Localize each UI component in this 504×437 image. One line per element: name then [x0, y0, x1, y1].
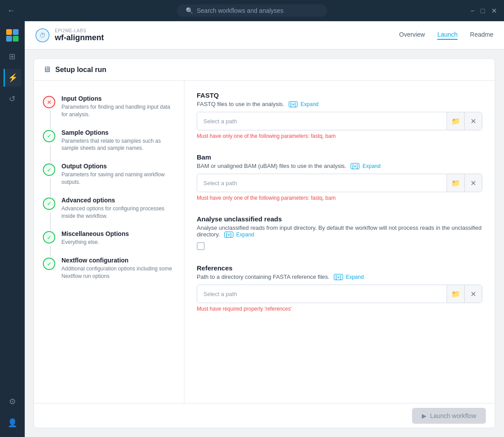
svg-rect-3	[13, 36, 19, 42]
step-nextflow[interactable]: ✓ Nextflow configuration Additional conf…	[34, 251, 184, 285]
fastq-path-input[interactable]	[197, 114, 447, 129]
bam-path-wrapper: 📁 ✕	[197, 174, 482, 192]
step-input-options[interactable]: ✕ Input Options Parameters for finding a…	[34, 90, 184, 124]
bam-expand-link[interactable]: Expand	[363, 163, 381, 169]
svg-rect-0	[6, 29, 12, 35]
folder-icon: 📁	[451, 179, 460, 187]
step-advanced[interactable]: ✓ Advanced options Advanced options for …	[34, 191, 184, 225]
search-placeholder: Search workflows and analyses	[197, 7, 283, 14]
step-desc-2: Parameters for saving and naming workflo…	[61, 171, 175, 186]
fastq-title: FASTQ	[197, 91, 482, 99]
step-icon-2: ✓	[43, 163, 55, 176]
folder-icon: 📁	[451, 290, 460, 298]
app-nav: Overview Launch Readme	[399, 31, 493, 40]
card-footer: ▶ Launch workflow	[34, 403, 495, 428]
card-body: ✕ Input Options Parameters for finding a…	[34, 81, 495, 403]
step-sample-options[interactable]: ✓ Sample Options Parameters that relate …	[34, 124, 184, 158]
launch-workflow-button[interactable]: ▶ Launch workflow	[412, 408, 486, 424]
titlebar: ← 🔍 Search workflows and analyses − □ ✕	[0, 0, 504, 21]
nav-launch[interactable]: Launch	[437, 31, 458, 40]
fastq-expand-badge: [+]	[289, 101, 298, 107]
references-error: Must have required property 'references'	[197, 306, 482, 312]
nav-readme[interactable]: Readme	[470, 31, 493, 40]
main-layout: ⊞ ⚡ ↺ ⚙ 👤 ⏱ EPI2ME-LABS wf-al	[0, 21, 504, 437]
step-icon-1: ✓	[43, 130, 55, 142]
fastq-folder-button[interactable]: 📁	[447, 112, 464, 130]
monitor-icon: 🖥	[43, 65, 51, 74]
brand-name: EPI2ME-LABS	[55, 28, 104, 33]
step-icon-error: ✕	[43, 96, 55, 108]
sidebar-grid-icon[interactable]: ⊞	[4, 48, 21, 65]
step-title-0: Input Options	[61, 95, 175, 102]
launch-label: Launch workflow	[430, 412, 476, 419]
step-misc[interactable]: ✓ Miscellaneous Options Everything else.	[34, 225, 184, 251]
analyse-expand-link[interactable]: Expand	[236, 232, 254, 238]
close-button[interactable]: ✕	[491, 7, 497, 15]
maximize-button[interactable]: □	[481, 7, 485, 15]
workflow-card: 🖥 Setup local run ✕ Input Options Parame…	[34, 58, 495, 428]
fastq-expand-link[interactable]: Expand	[301, 101, 319, 107]
analyse-desc: Analyse unclassified reads from input di…	[197, 224, 482, 238]
app-header-left: ⏱ EPI2ME-LABS wf-alignment	[35, 28, 104, 42]
clear-icon: ✕	[470, 290, 476, 298]
search-bar[interactable]: 🔍 Search workflows and analyses	[177, 4, 327, 17]
user-icon[interactable]: 👤	[4, 414, 21, 432]
bam-path-input[interactable]	[197, 175, 447, 191]
references-folder-button[interactable]: 📁	[447, 285, 464, 303]
step-desc-3: Advanced options for configuring process…	[61, 205, 175, 220]
sidebar-workflow-icon[interactable]: ⚡	[4, 69, 21, 87]
references-path-input[interactable]	[197, 286, 447, 302]
references-section: References Path to a directory containin…	[197, 264, 482, 312]
minimize-button[interactable]: −	[470, 7, 474, 15]
app-brand: EPI2ME-LABS wf-alignment	[55, 28, 104, 42]
app-header: ⏱ EPI2ME-LABS wf-alignment Overview Laun…	[25, 21, 504, 49]
bam-section: Bam BAM or unaligned BAM (uBAM) files to…	[197, 153, 482, 201]
app-title: wf-alignment	[55, 33, 104, 42]
fastq-section: FASTQ FASTQ files to use in the analysis…	[197, 91, 482, 139]
step-icon-5: ✓	[43, 258, 55, 270]
app-logo-icon: ⏱	[35, 28, 50, 42]
card-title: Setup local run	[55, 66, 107, 74]
svg-rect-2	[6, 36, 12, 42]
analyse-checkbox[interactable]	[197, 242, 205, 250]
sidebar-history-icon[interactable]: ↺	[4, 90, 21, 108]
references-expand-link[interactable]: Expand	[346, 274, 364, 280]
back-button[interactable]: ←	[7, 6, 15, 15]
main-panel: 🖥 Setup local run ✕ Input Options Parame…	[25, 49, 504, 437]
step-title-5: Nextflow configuration	[61, 257, 175, 264]
form-panel: FASTQ FASTQ files to use in the analysis…	[184, 81, 495, 403]
fastq-desc: FASTQ files to use in the analysis. [+] …	[197, 101, 482, 107]
step-content-1: Sample Options Parameters that relate to…	[61, 129, 175, 152]
step-icon-4: ✓	[43, 231, 55, 243]
bam-desc: BAM or unaligned BAM (uBAM) files to use…	[197, 163, 482, 169]
settings-icon[interactable]: ⚙	[4, 393, 21, 410]
step-output-options[interactable]: ✓ Output Options Parameters for saving a…	[34, 157, 184, 191]
icon-sidebar: ⊞ ⚡ ↺ ⚙ 👤	[0, 21, 25, 437]
step-title-3: Advanced options	[61, 197, 175, 204]
step-content-5: Nextflow configuration Additional config…	[61, 257, 175, 280]
svg-text:⏱: ⏱	[39, 32, 46, 39]
bam-clear-button[interactable]: ✕	[464, 174, 482, 192]
steps-panel: ✕ Input Options Parameters for finding a…	[34, 81, 184, 403]
folder-icon: 📁	[451, 117, 460, 125]
step-title-2: Output Options	[61, 163, 175, 170]
step-icon-3: ✓	[43, 198, 55, 210]
step-title-1: Sample Options	[61, 129, 175, 136]
step-desc-5: Additional configuration options includi…	[61, 265, 175, 280]
analyse-checkbox-wrapper	[197, 242, 482, 250]
clear-icon: ✕	[470, 179, 476, 187]
step-content-3: Advanced options Advanced options for co…	[61, 197, 175, 220]
step-title-4: Miscellaneous Options	[61, 230, 175, 237]
bam-folder-button[interactable]: 📁	[447, 174, 464, 192]
analyse-section: Analyse unclassified reads Analyse uncla…	[197, 215, 482, 250]
bam-expand-badge: [+]	[351, 163, 360, 169]
fastq-path-wrapper: 📁 ✕	[197, 112, 482, 130]
references-title: References	[197, 264, 482, 272]
nav-overview[interactable]: Overview	[399, 31, 425, 40]
app-logo[interactable]	[4, 27, 21, 44]
step-content-4: Miscellaneous Options Everything else.	[61, 230, 175, 246]
bam-error: Must have only one of the following para…	[197, 195, 482, 201]
fastq-error: Must have only one of the following para…	[197, 133, 482, 139]
references-clear-button[interactable]: ✕	[464, 285, 482, 303]
fastq-clear-button[interactable]: ✕	[464, 112, 482, 130]
